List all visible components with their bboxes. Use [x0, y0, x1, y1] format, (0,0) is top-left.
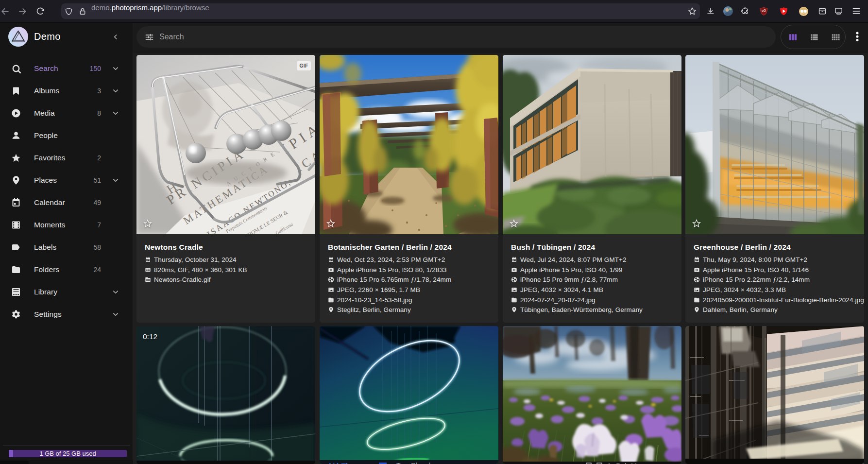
- svg-text:( i ) The: ( i ) The: [328, 462, 354, 464]
- svg-text:uO: uO: [762, 9, 766, 12]
- svg-text:Bob Moses: Bob Moses: [616, 462, 652, 464]
- svg-text:Tory Phrusha-agr: Tory Phrusha-agr: [396, 462, 449, 464]
